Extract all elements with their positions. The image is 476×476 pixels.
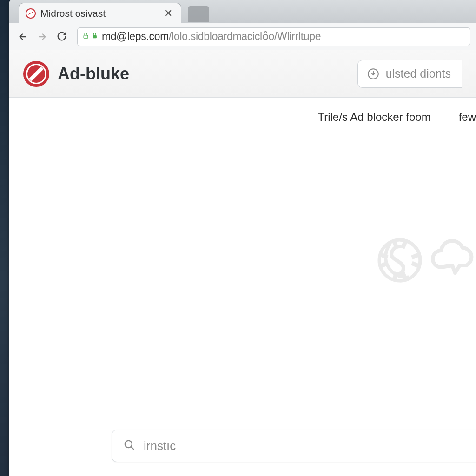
cloud-speech-icon [430,237,476,285]
watermark-icons [377,237,476,285]
brand-title: Ad-bluke [58,64,129,84]
inactive-tab[interactable] [188,6,209,22]
search-input[interactable] [144,439,465,453]
search-icon [123,439,135,453]
lock-outline-icon [82,32,89,41]
subheader-right-text: few [459,111,476,124]
gear-swirl-icon [377,237,423,285]
security-indicator [82,32,98,41]
browser-window: Midrost osivast ✕ [9,0,476,476]
adblock-logo-icon [23,61,49,87]
active-tab[interactable]: Midrost osivast ✕ [19,3,181,23]
page-content: Ad-bluke ulsted dionts Trile/s Ad blocke… [9,50,476,476]
browser-toolbar: md@leps.com/lolo.sidbloardmaciclȏo/Wlirr… [9,23,476,50]
header-action-button[interactable]: ulsted dionts [357,60,462,88]
tab-title: Midrost osivast [40,8,158,19]
url-path: /lolo.sidbloardmaciclȏo/Wlirrltupe [169,30,321,42]
svg-rect-1 [93,35,97,38]
tab-favicon-icon [26,8,36,19]
lock-filled-icon [91,32,98,41]
page-header: Ad-bluke ulsted dionts [9,50,476,98]
svg-rect-0 [84,35,88,38]
search-bar[interactable] [112,430,476,462]
brand: Ad-bluke [23,61,129,87]
page-body: Trile/s Ad blocker foom few [9,98,476,476]
close-icon[interactable]: ✕ [162,7,174,20]
reload-button[interactable] [54,29,70,45]
header-button-label: ulsted dionts [386,67,451,80]
subheader-row: Trile/s Ad blocker foom few [9,111,476,124]
url-display: md@leps.com/lolo.sidbloardmaciclȏo/Wlirr… [102,30,321,43]
address-bar[interactable]: md@leps.com/lolo.sidbloardmaciclȏo/Wlirr… [77,27,470,46]
download-circle-icon [367,68,379,80]
tab-strip: Midrost osivast ✕ [9,0,476,23]
forward-button[interactable] [34,29,50,45]
back-button[interactable] [15,29,31,45]
url-host: md@leps.com [102,30,169,42]
subheader-text: Trile/s Ad blocker foom [317,111,430,124]
